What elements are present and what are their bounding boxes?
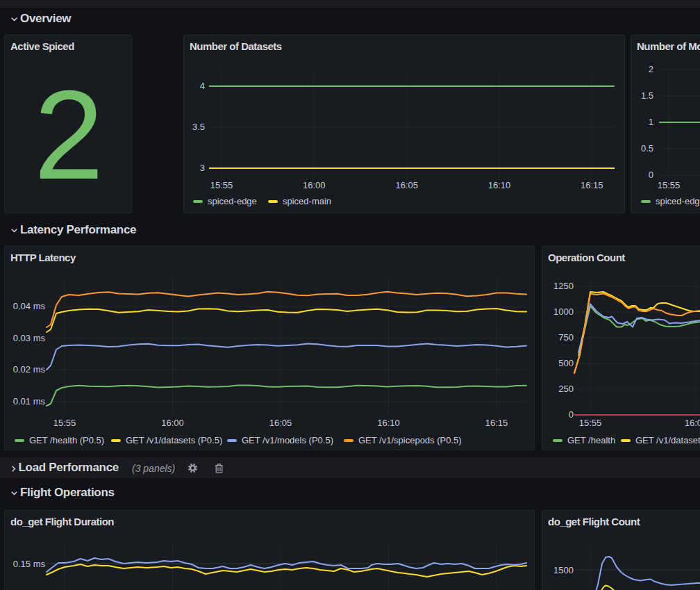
- svg-text:0: 0: [649, 170, 653, 180]
- svg-text:1: 1: [649, 117, 653, 127]
- svg-text:4: 4: [200, 81, 205, 91]
- svg-text:0.15 ms: 0.15 ms: [13, 559, 46, 569]
- svg-text:15:55: 15:55: [658, 180, 681, 190]
- svg-text:15:55: 15:55: [579, 418, 602, 428]
- svg-text:16:10: 16:10: [377, 418, 400, 428]
- svg-text:3: 3: [200, 163, 205, 173]
- svg-text:2: 2: [649, 64, 653, 74]
- svg-text:16:15: 16:15: [485, 418, 508, 428]
- svg-text:16:05: 16:05: [395, 180, 418, 190]
- svg-text:3.5: 3.5: [192, 122, 205, 132]
- svg-text:250: 250: [558, 384, 574, 394]
- svg-text:16:15: 16:15: [581, 180, 603, 190]
- svg-text:500: 500: [558, 358, 574, 368]
- svg-text:16:00: 16:00: [161, 418, 184, 428]
- svg-text:750: 750: [558, 332, 574, 343]
- svg-text:15:55: 15:55: [210, 180, 233, 190]
- svg-text:0.03 ms: 0.03 ms: [13, 333, 46, 343]
- svg-text:1000: 1000: [553, 306, 574, 317]
- svg-text:0.5: 0.5: [641, 143, 653, 154]
- svg-text:0.04 ms: 0.04 ms: [13, 301, 46, 311]
- svg-text:15:55: 15:55: [53, 418, 76, 428]
- svg-text:16:00: 16:00: [303, 180, 326, 190]
- svg-text:1500: 1500: [553, 565, 574, 575]
- svg-text:16:10: 16:10: [488, 180, 511, 190]
- svg-text:0.02 ms: 0.02 ms: [13, 364, 46, 375]
- svg-text:0.01 ms: 0.01 ms: [13, 396, 46, 407]
- svg-text:16:05: 16:05: [269, 418, 292, 428]
- svg-text:0: 0: [569, 409, 574, 420]
- svg-text:16:00: 16:00: [685, 418, 700, 428]
- svg-text:1.5: 1.5: [641, 90, 653, 101]
- svg-text:1250: 1250: [553, 281, 574, 291]
